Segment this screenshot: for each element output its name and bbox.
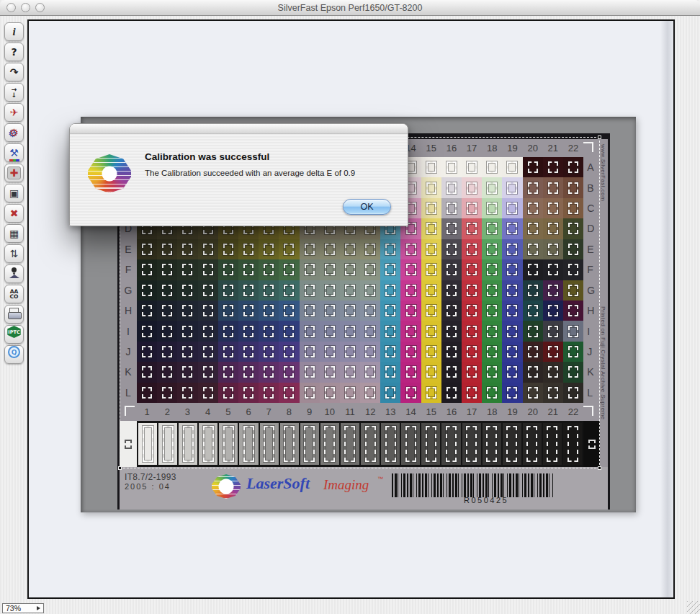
color-patch: [320, 259, 340, 280]
patch-selection-ants: [385, 305, 395, 316]
first-aid-button[interactable]: ✚: [4, 164, 24, 182]
patch-selection-ants: [447, 285, 457, 296]
print-button[interactable]: [4, 305, 24, 324]
patch-selection-ants: [385, 244, 395, 255]
joystick-button[interactable]: [4, 264, 24, 283]
column-number: 12: [360, 406, 380, 417]
color-patch: [279, 342, 299, 362]
patch-row: JJ: [120, 342, 608, 362]
patch-selection-ants: [142, 366, 152, 378]
patch-selection-ants: [548, 182, 558, 194]
color-patch: [279, 321, 299, 341]
color-patch: [300, 301, 320, 321]
color-patch: [482, 198, 502, 218]
patch-selection-ants: [426, 203, 436, 214]
info-button[interactable]: i: [4, 22, 24, 41]
zoom-indicator[interactable]: 73%: [2, 603, 44, 613]
patch-selection-ants: [426, 326, 436, 337]
patch-selection-ants: [406, 326, 416, 337]
iptc-button[interactable]: IPTC: [4, 325, 24, 344]
color-patch: [218, 239, 238, 259]
row-letter: H: [120, 301, 137, 321]
text-aa-button[interactable]: AA CO: [4, 285, 24, 303]
color-patch: [563, 362, 583, 382]
resize-grip[interactable]: [687, 601, 700, 614]
color-patch: [563, 218, 583, 239]
dialog-title-bar: [70, 124, 408, 134]
quicktime-button[interactable]: Q: [4, 345, 24, 364]
patch-selection-ants: [365, 366, 375, 378]
column-number: 20: [523, 406, 543, 417]
info-icon: i: [5, 23, 23, 40]
tool-palette: i?↷→ ↓✈⚙⚒✚▣✖▦⇅AA COIPTCQ: [2, 22, 26, 364]
color-patch: [482, 177, 502, 197]
rotate-button[interactable]: ↷: [4, 63, 24, 81]
patch-selection-ants: [406, 346, 416, 357]
color-patch: [543, 218, 563, 239]
patch-selection-ants: [568, 264, 578, 275]
help-button[interactable]: ?: [4, 43, 24, 61]
airplane-button[interactable]: ✈: [4, 103, 24, 122]
patch-selection-ants: [487, 305, 497, 316]
patch-selection-ants: [365, 426, 376, 462]
patch-selection-ants: [345, 264, 355, 275]
color-patch: [563, 383, 583, 403]
patch-selection-ants: [264, 264, 274, 275]
color-patch: [523, 383, 543, 403]
patch-selection-ants: [325, 264, 335, 275]
color-patch: [279, 259, 299, 280]
color-patch: [462, 198, 482, 218]
color-patch: [482, 342, 502, 362]
patch-selection-ants: [528, 285, 538, 296]
preview-canvas[interactable]: 12345678910111213141516171819202122 AABB…: [27, 19, 675, 599]
color-patch: [380, 342, 400, 362]
dialog-heading: Calibration was successful: [145, 151, 269, 162]
color-patch: [238, 342, 259, 362]
color-tools-button[interactable]: ⚒: [4, 143, 24, 162]
copy-frame-button[interactable]: ▣: [4, 184, 24, 203]
color-patch: [360, 383, 380, 403]
patch-selection-ants: [385, 346, 395, 357]
color-patch: [380, 259, 400, 280]
patch-selection-ants: [467, 182, 477, 194]
patch-selection-ants: [142, 387, 152, 399]
options-button[interactable]: ⚙: [4, 123, 24, 142]
ok-button[interactable]: OK: [343, 199, 391, 215]
column-number: 17: [462, 143, 482, 154]
densitometer-button[interactable]: ▦: [4, 224, 24, 243]
patch-selection-ants: [548, 326, 558, 337]
color-patch: [198, 301, 218, 321]
color-patch: [360, 280, 380, 301]
color-patch: [279, 301, 299, 321]
grayscale-patch: [341, 423, 359, 465]
column-number: 18: [482, 143, 502, 154]
patch-selection-ants: [203, 285, 213, 296]
brand-lasersoft: LaserSoft: [246, 474, 310, 493]
delete-frame-button[interactable]: ✖: [4, 204, 24, 223]
column-numbers-bottom: 12345678910111213141516171819202122: [120, 403, 608, 421]
patch-selection-ants: [528, 182, 538, 194]
patch-selection-ants: [487, 161, 497, 173]
color-patch: [462, 239, 482, 259]
column-number: 21: [543, 143, 563, 154]
it8-date-label: 2005 : 04: [125, 482, 171, 491]
patch-selection-ants: [182, 387, 192, 399]
color-patch: [563, 198, 583, 218]
color-patch: [340, 239, 360, 259]
patch-selection-ants: [467, 366, 477, 378]
patch-selection-ants: [162, 387, 172, 399]
measure-button[interactable]: ⇅: [4, 244, 24, 263]
patch-selection-ants: [365, 305, 375, 316]
column-number: 13: [380, 406, 400, 417]
color-patch: [300, 259, 320, 280]
color-patch: [238, 362, 259, 382]
color-patch: [360, 301, 380, 321]
patch-selection-ants: [142, 285, 152, 296]
patch-selection-ants: [426, 285, 436, 296]
flip-button[interactable]: → ↓: [4, 83, 24, 102]
patch-selection-ants: [203, 346, 213, 357]
zoom-popup-arrow-icon: [37, 606, 40, 610]
patch-selection-ants: [487, 387, 497, 399]
color-patch: [400, 342, 421, 362]
dialog-message: The Calibration succeeded with an averag…: [145, 169, 355, 177]
